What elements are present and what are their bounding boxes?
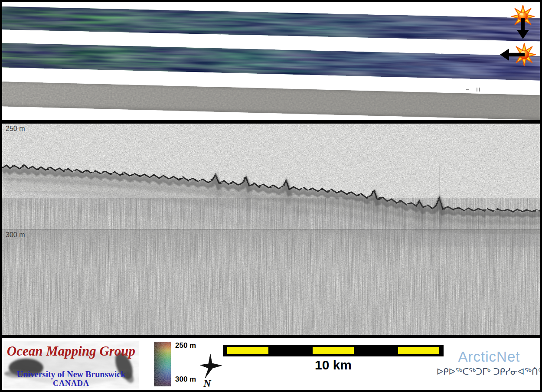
north-label: N xyxy=(203,378,212,389)
swath-texture xyxy=(2,82,540,120)
backscatter-mark xyxy=(466,89,469,90)
sun-illumination-left-icon xyxy=(496,41,538,68)
depth-label-300m: 300 m xyxy=(6,231,25,239)
seafloor-mapping-figure: 250 m 300 m xyxy=(0,0,542,392)
backscatter-mark xyxy=(477,88,477,91)
speckle-noise xyxy=(2,124,540,335)
arcticnet-logo: ArcticNet ᐅᑭᐅᖅᑕᖅᑐᒥᒃ ᑐᑭᓯᓂᐊᖅᑏᑦ xyxy=(436,349,540,377)
backscatter-swath xyxy=(2,82,540,120)
arcticnet-inuktitut-name: ᐅᑭᐅᖅᑕᖅᑐᒥᒃ ᑐᑭᓯᓂᐊᖅᑏᑦ xyxy=(436,366,540,377)
north-arrow-icon: N xyxy=(196,353,225,389)
omg-title: Ocean Mapping Group xyxy=(3,343,139,359)
colorbar-noise xyxy=(154,342,171,386)
scale-bar xyxy=(223,345,444,356)
subbottom-profile-panel: 250 m 300 m xyxy=(2,124,540,335)
scale-bar-segment xyxy=(356,347,397,354)
omg-country: CANADA xyxy=(3,379,139,388)
scale-bar-segment xyxy=(313,347,354,354)
omg-institution: University of New Brunswick xyxy=(3,369,139,379)
sun-illumination-down-icon xyxy=(509,3,536,40)
seismic-profile-graphic xyxy=(2,124,540,335)
omg-logo: Ocean Mapping Group University of New Br… xyxy=(3,341,139,389)
depth-label-250m: 250 m xyxy=(6,125,25,133)
scale-bar-label: 10 km xyxy=(223,358,444,372)
swath-texture xyxy=(2,7,540,41)
scale-bar-segment xyxy=(398,347,439,354)
scale-bar-segment xyxy=(270,347,311,354)
bathymetry-swath-2 xyxy=(2,43,540,81)
scale-bar-segment xyxy=(227,347,268,354)
colorbar-top-label: 250 m xyxy=(175,341,196,350)
arcticnet-wordmark: ArcticNet xyxy=(436,349,540,365)
depth-colorbar xyxy=(154,342,171,386)
legend-panel: Ocean Mapping Group University of New Br… xyxy=(2,338,540,390)
backscatter-mark xyxy=(479,88,480,91)
swath-texture xyxy=(2,43,540,81)
colorbar-bottom-label: 300 m xyxy=(175,375,196,384)
bathymetry-swath-1 xyxy=(2,7,540,41)
swath-panel xyxy=(2,2,540,120)
